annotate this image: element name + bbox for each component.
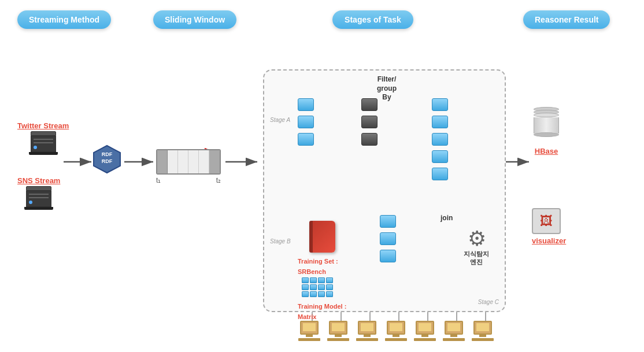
- join-label: join: [441, 214, 453, 222]
- rdf-icon: RDF RDF: [91, 143, 123, 175]
- pill-reasoner-result: Reasoner Result: [523, 10, 610, 29]
- twitter-stream-label[interactable]: Twitter Stream: [17, 121, 69, 130]
- sns-server: SNS Stream: [17, 176, 60, 210]
- filter-box-2: [361, 116, 377, 128]
- stage-b-box-3: [380, 250, 396, 262]
- training-model-label: Training Model :Matrix: [298, 301, 346, 321]
- filter-box-3: [361, 133, 377, 146]
- stage-box: Stage A Stage B Filter/groupBy jo: [263, 69, 506, 312]
- pc-2: [327, 321, 349, 341]
- hbase-label[interactable]: HBase: [532, 147, 561, 155]
- pc-4: [385, 321, 407, 341]
- stage-b-box-2: [380, 232, 396, 245]
- diagram-container: Streaming Method Sliding Window Stages o…: [0, 0, 644, 352]
- training-set-label: Training Set :SRBench: [298, 255, 338, 276]
- output-box-1: [432, 98, 448, 111]
- filter-group-label: Filter/groupBy: [377, 75, 397, 102]
- engine-label: 지식탐지엔진: [464, 250, 489, 266]
- svg-text:RDF: RDF: [102, 151, 113, 157]
- pill-streaming-method: Streaming Method: [17, 10, 111, 29]
- stage-a-input-box-3: [298, 133, 314, 146]
- engine-icon: ⚙: [468, 227, 486, 251]
- stage-a-label: Stage A: [270, 117, 290, 123]
- pc-1: [298, 321, 320, 341]
- t2-label: t₂: [216, 176, 221, 184]
- output-box-2: [432, 116, 448, 128]
- hbase-output: HBase: [532, 107, 561, 155]
- stage-final-label: Stage C: [478, 299, 499, 305]
- output-box-5: [432, 168, 448, 180]
- stage-a-input-box-2: [298, 116, 314, 128]
- stage-b-label: Stage B: [270, 238, 291, 244]
- visualizer-label[interactable]: visualizer: [532, 236, 566, 245]
- stage-a-input-box-1: [298, 98, 314, 111]
- pill-stages-of-task: Stages of Task: [332, 10, 413, 29]
- pill-sliding-window: Sliding Window: [153, 10, 236, 29]
- stage-b-box-1: [380, 215, 396, 228]
- filter-box-1: [361, 98, 377, 111]
- visualizer-icon: 🖼: [532, 208, 561, 234]
- training-grid: [302, 277, 333, 297]
- pc-6: [443, 321, 465, 341]
- pc-3: [356, 321, 378, 341]
- sns-stream-label[interactable]: SNS Stream: [17, 176, 60, 185]
- book-icon: [309, 221, 335, 253]
- twitter-server: Twitter Stream: [17, 121, 69, 155]
- t1-label: t₁: [156, 176, 161, 184]
- svg-text:RDF: RDF: [102, 158, 113, 164]
- pc-5: [414, 321, 436, 341]
- visualizer-output: 🖼 visualizer: [532, 208, 566, 245]
- output-box-3: [432, 133, 448, 146]
- pc-7: [472, 321, 494, 341]
- output-box-4: [432, 150, 448, 163]
- sliding-window-bar: t₁ t₂: [156, 149, 221, 184]
